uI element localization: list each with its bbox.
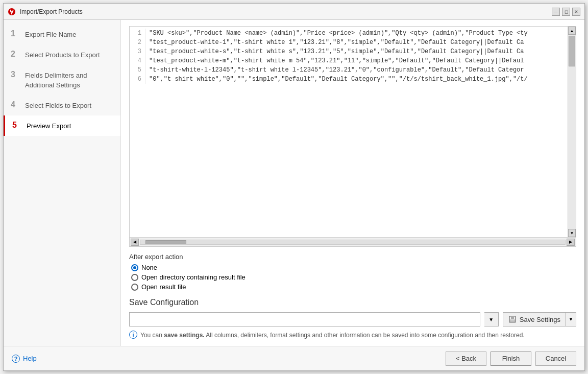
step5-num: 5 — [12, 121, 21, 130]
save-config-section: Save Configuration ▼ Save Settings — [129, 291, 576, 340]
radio-open-file[interactable]: Open result file — [131, 283, 576, 291]
info-text-suffix: All columns, delimiters, format settings… — [205, 332, 525, 339]
sidebar-item-step1[interactable]: 1 Export File Name — [4, 24, 120, 44]
radio-open-dir[interactable]: Open directory containing result file — [131, 273, 576, 281]
preview-line: 4"test_product-white-m","t-shirt white m… — [130, 56, 568, 65]
step3-label: Fields Delimiters and Additional Setting… — [25, 70, 113, 89]
step3-num: 3 — [11, 70, 20, 79]
back-button[interactable]: < Back — [446, 352, 486, 366]
info-text: You can save settings. All columns, deli… — [140, 331, 525, 340]
step2-label: Select Products to Export — [25, 50, 100, 60]
v-scroll-track[interactable] — [568, 35, 576, 229]
preview-line: 3"test_product-white-s","t-shirt white s… — [130, 47, 568, 56]
window-title: Import/Export Products — [20, 8, 83, 15]
sidebar-item-step5[interactable]: 5 Preview Export — [4, 115, 120, 136]
help-icon: ? — [12, 355, 20, 363]
step1-num: 1 — [11, 29, 20, 38]
minimize-button[interactable]: ─ — [552, 8, 560, 16]
main-window: Import/Export Products ─ ◻ ✕ 1 Export Fi… — [3, 3, 585, 371]
save-settings-button[interactable]: Save Settings ▼ — [503, 312, 576, 326]
step5-label: Preview Export — [27, 121, 71, 131]
app-icon — [8, 8, 16, 16]
sidebar-item-step2[interactable]: 2 Select Products to Export — [4, 44, 120, 65]
line-number: 1 — [130, 29, 146, 38]
after-export-label: After export action — [129, 253, 576, 261]
sidebar-item-step4[interactable]: 4 Select Fields to Export — [4, 95, 120, 115]
preview-container: 1"SKU <sku>","Product Name <name> (admin… — [129, 26, 576, 247]
preview-text-area[interactable]: 1"SKU <sku>","Product Name <name> (admin… — [130, 27, 568, 237]
title-bar-controls: ─ ◻ ✕ — [552, 8, 580, 16]
v-scroll-thumb[interactable] — [569, 36, 575, 66]
footer: ? Help < Back Finish Cancel — [4, 346, 584, 370]
radio-open-dir-input[interactable] — [131, 274, 138, 281]
after-export-section: After export action None Open directory … — [129, 253, 576, 291]
save-settings-dropdown[interactable]: ▼ — [566, 312, 576, 326]
info-text-bold: save settings. — [164, 332, 204, 339]
sidebar-item-step3[interactable]: 3 Fields Delimiters and Additional Setti… — [4, 65, 120, 95]
save-config-title: Save Configuration — [129, 298, 576, 307]
scroll-up-arrow[interactable]: ▲ — [568, 27, 576, 35]
horizontal-scrollbar[interactable]: ◀ ▶ — [130, 237, 576, 246]
content-area: 1 Export File Name 2 Select Products to … — [4, 20, 584, 346]
preview-line: 1"SKU <sku>","Product Name <name> (admin… — [130, 29, 568, 38]
radio-open-file-input[interactable] — [131, 284, 138, 291]
close-button[interactable]: ✕ — [572, 8, 580, 16]
step2-num: 2 — [11, 50, 20, 59]
save-settings-label: Save Settings — [520, 316, 560, 323]
radio-open-dir-label: Open directory containing result file — [141, 273, 246, 281]
line-content: "test_product-white-1","t-shirt white 1"… — [149, 38, 568, 47]
radio-none-label: None — [141, 264, 157, 271]
preview-wrapper: 1"SKU <sku>","Product Name <name> (admin… — [130, 27, 576, 237]
line-content: "SKU <sku>","Product Name <name> (admin)… — [149, 29, 568, 38]
scroll-left-arrow[interactable]: ◀ — [131, 239, 139, 246]
scroll-right-arrow[interactable]: ▶ — [567, 239, 575, 246]
restore-button[interactable]: ◻ — [562, 8, 570, 16]
svg-rect-2 — [511, 316, 514, 319]
scroll-down-arrow[interactable]: ▼ — [568, 229, 576, 237]
save-icon — [508, 315, 517, 323]
config-dropdown-arrow[interactable]: ▼ — [484, 312, 499, 326]
finish-button[interactable]: Finish — [491, 352, 531, 366]
step4-num: 4 — [11, 100, 20, 109]
config-name-input[interactable] — [129, 312, 480, 326]
radio-none[interactable]: None — [131, 264, 576, 271]
line-number: 3 — [130, 47, 146, 56]
radio-open-file-label: Open result file — [141, 283, 186, 291]
after-export-radio-group: None Open directory containing result fi… — [129, 264, 576, 291]
help-label: Help — [23, 355, 37, 362]
line-number: 5 — [130, 65, 146, 75]
radio-none-input[interactable] — [131, 264, 138, 271]
title-bar-left: Import/Export Products — [8, 8, 83, 16]
main-panel: 1"SKU <sku>","Product Name <name> (admin… — [121, 20, 584, 346]
preview-line: 2"test_product-white-1","t-shirt white 1… — [130, 38, 568, 47]
h-scroll-thumb[interactable] — [145, 240, 186, 244]
line-number: 6 — [130, 75, 146, 84]
line-content: "0","t shirt white","0","","simple","Def… — [149, 75, 568, 84]
svg-rect-3 — [510, 320, 515, 322]
cancel-button[interactable]: Cancel — [535, 352, 576, 366]
info-icon: i — [129, 331, 137, 339]
line-content: "t-shirt-white-l-12345","t-shirt white l… — [149, 65, 568, 75]
title-bar: Import/Export Products ─ ◻ ✕ — [4, 4, 584, 20]
preview-line: 5"t-shirt-white-l-12345","t-shirt white … — [130, 65, 568, 75]
help-link[interactable]: ? Help — [12, 355, 37, 363]
step4-label: Select Fields to Export — [25, 100, 91, 110]
info-text-prefix: You can — [140, 332, 164, 339]
line-number: 4 — [130, 56, 146, 65]
radio-none-dot — [133, 266, 136, 269]
line-number: 2 — [130, 38, 146, 47]
line-content: "test_product-white-m","t-shirt white m … — [149, 56, 568, 65]
info-row: i You can save settings. All columns, de… — [129, 331, 576, 340]
step1-label: Export File Name — [25, 29, 76, 39]
sidebar: 1 Export File Name 2 Select Products to … — [4, 20, 121, 346]
h-scroll-track[interactable] — [140, 240, 566, 245]
vertical-scrollbar[interactable]: ▲ ▼ — [568, 27, 576, 237]
config-row: ▼ Save Settings ▼ — [129, 312, 576, 326]
save-settings-main[interactable]: Save Settings — [503, 312, 566, 326]
preview-line: 6"0","t shirt white","0","","simple","De… — [130, 75, 568, 84]
line-content: "test_product-white-s","t-shirt white s"… — [149, 47, 568, 56]
footer-buttons: < Back Finish Cancel — [446, 352, 576, 366]
